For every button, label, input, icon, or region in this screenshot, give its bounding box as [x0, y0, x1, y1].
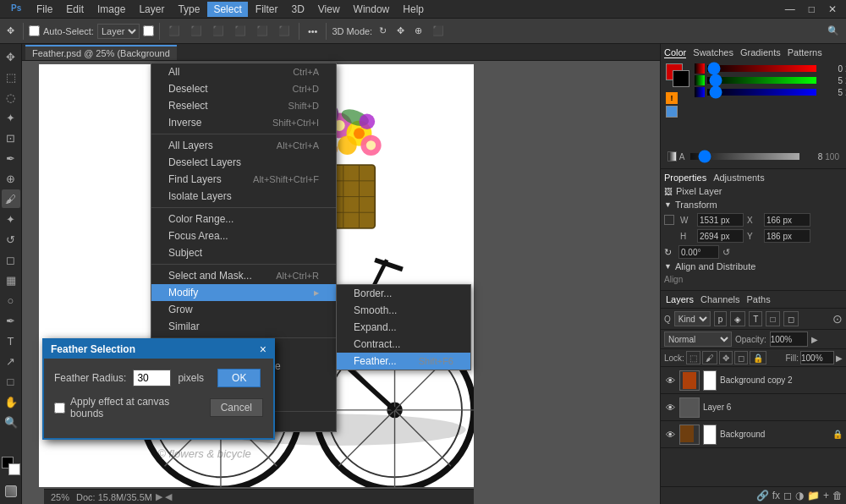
- menu-select[interactable]: Select: [207, 2, 247, 17]
- menu-contract[interactable]: Contract...: [337, 336, 470, 353]
- layer-item-layer6[interactable]: 👁 Layer 6: [661, 394, 846, 421]
- align-middle-btn[interactable]: ⬛: [253, 24, 272, 38]
- opacity-input[interactable]: [770, 331, 808, 347]
- color-tab[interactable]: Color: [664, 47, 686, 58]
- filter-type-select[interactable]: Kind: [674, 311, 711, 326]
- filter-smartobj-btn[interactable]: ◻: [783, 311, 799, 326]
- reset-angle-btn[interactable]: ↺: [722, 247, 730, 258]
- filter-toggle-btn[interactable]: ⊙: [832, 312, 843, 326]
- align-left-btn[interactable]: ⬛: [165, 24, 184, 38]
- filter-type-btn[interactable]: T: [749, 311, 762, 326]
- add-link-btn[interactable]: 🔗: [756, 490, 769, 501]
- menu-all-layers[interactable]: All Layers Alt+Ctrl+A: [151, 137, 336, 154]
- align-header[interactable]: ▼ Align and Distribute: [664, 261, 843, 271]
- menu-layer[interactable]: Layer: [133, 2, 170, 17]
- layer-visibility-bg-copy2[interactable]: 👁: [664, 375, 676, 386]
- new-group-btn[interactable]: 📁: [807, 490, 820, 501]
- dodge-tool[interactable]: ○: [2, 291, 20, 310]
- filter-adj-btn[interactable]: ◈: [730, 311, 745, 326]
- add-mask-btn[interactable]: ◻: [783, 490, 792, 501]
- clone-tool[interactable]: ✦: [2, 210, 20, 228]
- menu-feather[interactable]: Feather... Shift+F6: [337, 353, 470, 370]
- filter-shape-btn[interactable]: □: [766, 311, 779, 326]
- crop-tool[interactable]: ⊡: [2, 129, 20, 147]
- swatches-tab[interactable]: Swatches: [693, 47, 733, 58]
- y-input[interactable]: [764, 229, 810, 243]
- window-maximize[interactable]: □: [803, 2, 821, 17]
- blue-slider[interactable]: [707, 89, 816, 96]
- align-top-btn[interactable]: ⬛: [231, 24, 250, 38]
- align-right-btn[interactable]: ⬛: [209, 24, 228, 38]
- menu-color-range[interactable]: Color Range...: [151, 211, 336, 227]
- menu-view[interactable]: View: [312, 2, 346, 17]
- menu-subject[interactable]: Subject: [151, 244, 336, 261]
- 3d-more-btn[interactable]: ⬛: [429, 24, 448, 38]
- gradients-tab[interactable]: Gradients: [740, 47, 781, 58]
- green-slider[interactable]: [707, 77, 816, 84]
- menu-border[interactable]: Border...: [337, 285, 470, 302]
- menu-edit[interactable]: Edit: [60, 2, 90, 17]
- menu-smooth[interactable]: Smooth...: [337, 302, 470, 319]
- menu-select-inverse[interactable]: Inverse Shift+Ctrl+I: [151, 114, 336, 131]
- x-input[interactable]: [764, 213, 810, 227]
- hand-tool[interactable]: ✋: [2, 392, 20, 411]
- layers-tab-channels[interactable]: Channels: [700, 294, 739, 304]
- menu-3d[interactable]: 3D: [285, 2, 310, 17]
- brush-tool[interactable]: 🖌: [2, 189, 20, 208]
- menu-isolate-layers[interactable]: Isolate Layers: [151, 188, 336, 205]
- layer-visibility-background[interactable]: 👁: [664, 429, 676, 441]
- menu-file[interactable]: File: [30, 2, 58, 17]
- menu-ps[interactable]: Ps: [3, 0, 29, 19]
- menu-deselect-layers[interactable]: Deselect Layers: [151, 154, 336, 171]
- menu-grow[interactable]: Grow: [151, 301, 336, 318]
- type-tool[interactable]: T: [2, 331, 20, 350]
- eyedropper-tool[interactable]: ✒: [2, 149, 20, 167]
- layer-item-bg-copy2[interactable]: 👁 Background copy 2: [661, 367, 846, 394]
- delete-layer-btn[interactable]: 🗑: [832, 490, 843, 501]
- feather-cancel-btn[interactable]: Cancel: [210, 398, 263, 417]
- menu-window[interactable]: Window: [348, 2, 396, 17]
- healing-tool[interactable]: ⊕: [2, 169, 20, 188]
- properties-tab[interactable]: Properties: [664, 173, 706, 183]
- 3d-rotate-btn[interactable]: ↻: [376, 24, 390, 38]
- menu-expand[interactable]: Expand...: [337, 319, 470, 336]
- menu-find-layers[interactable]: Find Layers Alt+Shift+Ctrl+F: [151, 171, 336, 188]
- blend-mode-select[interactable]: Normal: [664, 331, 732, 347]
- window-close[interactable]: ✕: [822, 2, 843, 17]
- marquee-tool[interactable]: ⬚: [2, 68, 20, 86]
- alpha-slider[interactable]: [690, 153, 799, 160]
- red-slider[interactable]: [707, 65, 816, 72]
- adjustments-tab[interactable]: Adjustments: [713, 173, 765, 183]
- window-minimize[interactable]: —: [779, 2, 801, 17]
- gradient-tool[interactable]: ▦: [2, 271, 20, 289]
- lock-artboard-btn[interactable]: ◻: [734, 351, 748, 364]
- search-btn[interactable]: 🔍: [824, 24, 843, 38]
- layer-item-background[interactable]: 👁 Background 🔒: [661, 421, 846, 448]
- pen-tool[interactable]: ✒: [2, 311, 20, 330]
- eraser-tool[interactable]: ◻: [2, 250, 20, 269]
- menu-type[interactable]: Type: [172, 2, 206, 17]
- layer-visibility-layer6[interactable]: 👁: [664, 402, 676, 414]
- menu-focus-area[interactable]: Focus Area...: [151, 227, 336, 244]
- new-adj-btn[interactable]: ◑: [795, 490, 804, 501]
- patterns-tab[interactable]: Patterns: [788, 47, 822, 58]
- move-tool[interactable]: ✥: [2, 47, 20, 66]
- shape-tool[interactable]: □: [2, 372, 20, 391]
- layers-tab-layers[interactable]: Layers: [666, 294, 694, 304]
- quick-mask-tool[interactable]: [2, 482, 20, 501]
- more-options-btn[interactable]: •••: [305, 25, 321, 38]
- width-input[interactable]: [697, 213, 744, 227]
- dialog-close-btn[interactable]: ×: [260, 343, 266, 355]
- menu-select-deselect[interactable]: Deselect Ctrl+D: [151, 80, 336, 97]
- align-center-btn[interactable]: ⬛: [187, 24, 206, 38]
- transform-header[interactable]: ▼ Transform: [664, 200, 843, 210]
- menu-similar[interactable]: Similar: [151, 318, 336, 335]
- filter-pixel-btn[interactable]: p: [714, 311, 728, 326]
- zoom-tool[interactable]: 🔍: [2, 413, 20, 431]
- menu-select-mask[interactable]: Select and Mask... Alt+Ctrl+R: [151, 267, 336, 284]
- background-swatch[interactable]: [673, 70, 689, 87]
- feather-ok-btn[interactable]: OK: [217, 369, 261, 387]
- menu-modify[interactable]: Modify ▶ Border... Smooth... Expand... C…: [151, 284, 336, 301]
- auto-select-dropdown[interactable]: Layer: [97, 24, 140, 39]
- lock-position-btn[interactable]: ✥: [719, 351, 733, 364]
